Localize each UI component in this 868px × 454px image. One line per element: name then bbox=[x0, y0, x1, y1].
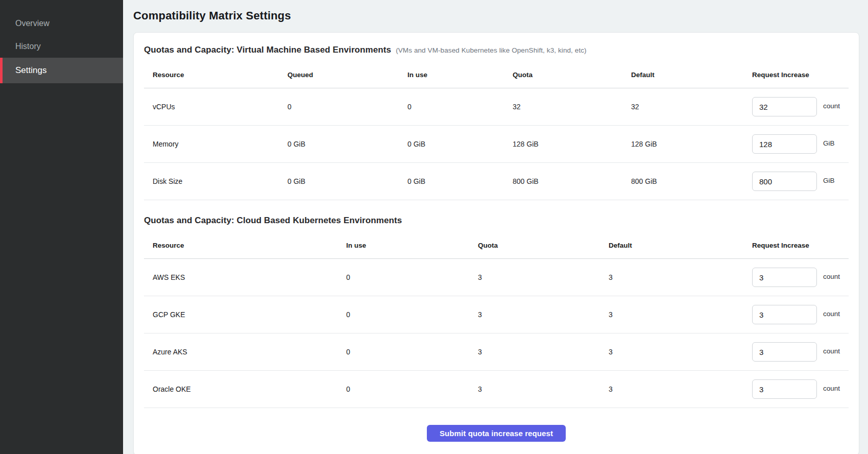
column-header-default: Default bbox=[609, 242, 752, 249]
vm-section-title: Quotas and Capacity: Virtual Machine Bas… bbox=[144, 45, 391, 55]
sidebar-item-overview[interactable]: Overview bbox=[0, 12, 123, 35]
quota-value: 3 bbox=[478, 348, 609, 356]
column-header-queued: Queued bbox=[287, 71, 407, 79]
active-indicator bbox=[0, 58, 3, 83]
column-header-in-use: In use bbox=[407, 71, 513, 79]
quota-value: 3 bbox=[478, 385, 609, 393]
in-use-value: 0 bbox=[346, 310, 478, 319]
table-row-disk-size: Disk Size 0 GiB 0 GiB 800 GiB 800 GiB Gi… bbox=[144, 163, 849, 200]
page-title: Compatibility Matrix Settings bbox=[133, 8, 859, 23]
resource-name: Azure AKS bbox=[153, 348, 346, 356]
resource-name: vCPUs bbox=[153, 103, 287, 111]
vm-section-heading: Quotas and Capacity: Virtual Machine Bas… bbox=[144, 45, 849, 55]
default-value: 128 GiB bbox=[631, 140, 752, 148]
main-content: Compatibility Matrix Settings Quotas and… bbox=[123, 0, 868, 454]
request-increase-cell: count bbox=[752, 342, 849, 362]
request-increase-cell: GiB bbox=[752, 134, 849, 154]
unit-label: count bbox=[823, 102, 840, 110]
default-value: 800 GiB bbox=[631, 177, 752, 185]
table-row-azure-aks: Azure AKS 0 3 3 count bbox=[144, 333, 849, 371]
queued-value: 0 GiB bbox=[287, 140, 407, 148]
vm-section-subtitle: (VMs and VM-based Kubernetes like OpenSh… bbox=[396, 46, 587, 54]
column-header-quota: Quota bbox=[478, 242, 609, 249]
request-increase-input-memory[interactable] bbox=[752, 134, 817, 154]
app-window: Overview History Settings Compatibility … bbox=[0, 0, 868, 454]
cloud-section-title: Quotas and Capacity: Cloud Based Kuberne… bbox=[144, 216, 402, 226]
resource-name: GCP GKE bbox=[153, 310, 346, 319]
in-use-value: 0 GiB bbox=[407, 177, 513, 185]
column-header-request-increase: Request Increase bbox=[752, 242, 849, 249]
queued-value: 0 bbox=[287, 103, 407, 111]
sidebar-item-label: Overview bbox=[15, 19, 50, 28]
unit-label: count bbox=[823, 347, 840, 355]
request-increase-input-oracle-oke[interactable] bbox=[752, 379, 817, 399]
unit-label: count bbox=[823, 385, 840, 392]
request-increase-cell: count bbox=[752, 305, 849, 324]
sidebar-item-label: Settings bbox=[15, 65, 46, 76]
vm-table-header: Resource Queued In use Quota Default Req… bbox=[144, 61, 849, 88]
default-value: 3 bbox=[609, 385, 752, 393]
request-increase-cell: GiB bbox=[752, 172, 849, 191]
request-increase-cell: count bbox=[752, 268, 849, 287]
table-row-aws-eks: AWS EKS 0 3 3 count bbox=[144, 259, 849, 296]
submit-quota-increase-button[interactable]: Submit quota increase request bbox=[427, 425, 566, 442]
column-header-default: Default bbox=[631, 71, 752, 79]
queued-value: 0 GiB bbox=[287, 177, 407, 185]
table-row-vcpus: vCPUs 0 0 32 32 count bbox=[144, 88, 849, 126]
default-value: 32 bbox=[631, 103, 752, 111]
resource-name: Memory bbox=[153, 140, 287, 148]
request-increase-input-gcp-gke[interactable] bbox=[752, 305, 817, 324]
request-increase-cell: count bbox=[752, 97, 849, 116]
quota-value: 800 GiB bbox=[513, 177, 631, 185]
sidebar-nav: Overview History Settings bbox=[0, 0, 123, 83]
resource-name: Disk Size bbox=[153, 177, 287, 185]
in-use-value: 0 bbox=[346, 348, 478, 356]
request-increase-input-azure-aks[interactable] bbox=[752, 342, 817, 362]
sidebar-item-label: History bbox=[15, 42, 41, 51]
resource-name: AWS EKS bbox=[153, 273, 346, 281]
submit-row: Submit quota increase request bbox=[144, 425, 849, 442]
column-header-in-use: In use bbox=[346, 242, 478, 249]
sidebar: Overview History Settings bbox=[0, 0, 123, 454]
in-use-value: 0 bbox=[407, 103, 513, 111]
table-row-gcp-gke: GCP GKE 0 3 3 count bbox=[144, 296, 849, 333]
column-header-resource: Resource bbox=[153, 242, 346, 249]
sidebar-item-settings[interactable]: Settings bbox=[0, 58, 123, 83]
unit-label: count bbox=[823, 273, 840, 280]
column-header-request-increase: Request Increase bbox=[752, 71, 849, 79]
in-use-value: 0 bbox=[346, 273, 478, 281]
unit-label: GiB bbox=[823, 139, 835, 147]
sidebar-item-history[interactable]: History bbox=[0, 35, 123, 58]
quota-value: 32 bbox=[513, 103, 631, 111]
cloud-section-heading: Quotas and Capacity: Cloud Based Kuberne… bbox=[144, 216, 849, 226]
column-header-resource: Resource bbox=[153, 71, 287, 79]
cloud-table-header: Resource In use Quota Default Request In… bbox=[144, 232, 849, 259]
resource-name: Oracle OKE bbox=[153, 385, 346, 393]
request-increase-cell: count bbox=[752, 379, 849, 399]
default-value: 3 bbox=[609, 310, 752, 319]
in-use-value: 0 bbox=[346, 385, 478, 393]
quota-value: 3 bbox=[478, 273, 609, 281]
quota-value: 128 GiB bbox=[513, 140, 631, 148]
request-increase-input-vcpus[interactable] bbox=[752, 97, 817, 116]
request-increase-input-disk-size[interactable] bbox=[752, 172, 817, 191]
column-header-quota: Quota bbox=[513, 71, 631, 79]
request-increase-input-aws-eks[interactable] bbox=[752, 268, 817, 287]
in-use-value: 0 GiB bbox=[407, 140, 513, 148]
quota-value: 3 bbox=[478, 310, 609, 319]
quotas-card: Quotas and Capacity: Virtual Machine Bas… bbox=[133, 32, 859, 454]
unit-label: GiB bbox=[823, 177, 835, 184]
table-row-memory: Memory 0 GiB 0 GiB 128 GiB 128 GiB GiB bbox=[144, 126, 849, 163]
unit-label: count bbox=[823, 310, 840, 318]
default-value: 3 bbox=[609, 348, 752, 356]
default-value: 3 bbox=[609, 273, 752, 281]
table-row-oracle-oke: Oracle OKE 0 3 3 count bbox=[144, 371, 849, 408]
